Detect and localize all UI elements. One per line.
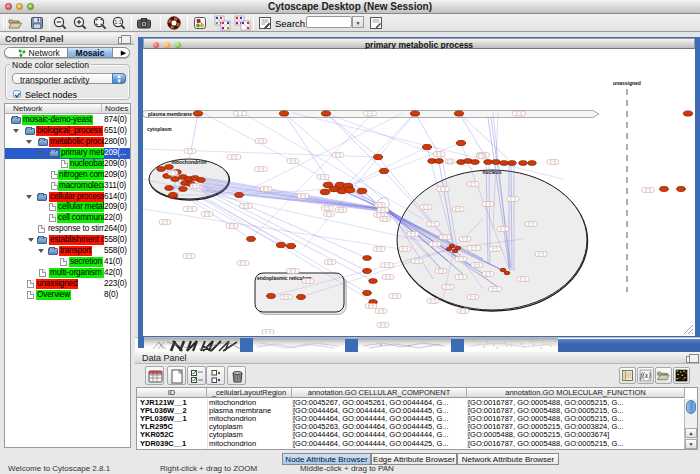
- svg-text:(···): (···): [192, 184, 197, 188]
- svg-text:(···): (···): [414, 259, 419, 263]
- svg-text:(···): (···): [338, 208, 343, 212]
- svg-text:(···): (···): [300, 194, 305, 198]
- svg-text:plasma membrane: plasma membrane: [148, 111, 192, 117]
- svg-text:(···): (···): [432, 242, 437, 246]
- svg-text:(···): (···): [470, 182, 475, 186]
- svg-text:(···): (···): [204, 212, 209, 216]
- svg-text:(···): (···): [478, 154, 483, 158]
- svg-text:(···): (···): [410, 232, 415, 236]
- svg-text:(···): (···): [430, 222, 435, 226]
- svg-text:(···): (···): [485, 272, 490, 276]
- svg-text:(···): (···): [290, 269, 295, 273]
- svg-text:cytoplasm: cytoplasm: [147, 126, 172, 132]
- svg-text:(···): (···): [187, 149, 192, 153]
- svg-text:(···): (···): [378, 309, 383, 313]
- svg-text:(···): (···): [243, 204, 248, 208]
- svg-text:unassigned: unassigned: [613, 80, 641, 86]
- svg-text:(···): (···): [455, 207, 460, 211]
- svg-text:(···): (···): [283, 295, 288, 299]
- svg-text:(···): (···): [460, 309, 465, 313]
- svg-text:(···): (···): [324, 206, 329, 210]
- svg-text:(···): (···): [327, 260, 332, 264]
- svg-text:(···): (···): [384, 263, 389, 267]
- svg-text:(···): (···): [516, 112, 521, 116]
- svg-text:(···): (···): [500, 227, 505, 231]
- svg-text:(···): (···): [290, 159, 295, 163]
- svg-text:(···): (···): [423, 205, 428, 209]
- svg-text:(···): (···): [471, 246, 476, 250]
- svg-text:(···): (···): [458, 275, 463, 279]
- svg-text:(···): (···): [462, 237, 467, 241]
- svg-text:(···): (···): [440, 187, 445, 191]
- svg-text:(···): (···): [380, 323, 385, 327]
- svg-text:(···): (···): [520, 277, 525, 281]
- svg-text:(···): (···): [258, 139, 263, 143]
- svg-text:(···): (···): [385, 275, 390, 279]
- svg-text:(···): (···): [367, 112, 372, 116]
- svg-text:(···): (···): [231, 155, 236, 159]
- svg-text:(···): (···): [186, 254, 191, 258]
- svg-text:(···): (···): [335, 153, 340, 157]
- svg-text:(···): (···): [510, 197, 515, 201]
- svg-text:(···): (···): [326, 212, 331, 216]
- svg-text:(···): (···): [240, 261, 245, 265]
- svg-text:(···): (···): [376, 247, 381, 251]
- svg-text:(···): (···): [368, 304, 373, 308]
- svg-text:(···): (···): [187, 207, 192, 211]
- svg-text:(···): (···): [492, 247, 497, 251]
- svg-text:(···): (···): [447, 160, 452, 164]
- svg-text:(···): (···): [258, 167, 263, 171]
- svg-text:(···): (···): [645, 188, 650, 192]
- svg-text:(···): (···): [458, 257, 463, 261]
- svg-text:(···): (···): [528, 222, 533, 226]
- svg-text:(···): (···): [445, 285, 450, 289]
- svg-text:(···): (···): [492, 287, 497, 291]
- svg-text:(···): (···): [470, 295, 475, 299]
- svg-text:(···): (···): [162, 220, 167, 224]
- svg-text:(···): (···): [550, 160, 555, 164]
- svg-text:(···): (···): [229, 224, 234, 228]
- svg-text:(···): (···): [377, 203, 382, 207]
- svg-text:(···): (···): [430, 299, 435, 303]
- svg-text:(···): (···): [380, 208, 385, 212]
- svg-text:(···): (···): [320, 175, 325, 179]
- svg-text:(···): (···): [442, 235, 447, 239]
- svg-text:(···): (···): [438, 269, 443, 273]
- svg-text:(···): (···): [485, 202, 490, 206]
- svg-text:(···): (···): [170, 171, 175, 175]
- svg-text:(···): (···): [265, 330, 270, 334]
- svg-text:(···): (···): [402, 247, 407, 251]
- svg-text:(···): (···): [436, 152, 441, 156]
- svg-text:(···): (···): [237, 112, 242, 116]
- svg-text:(···): (···): [392, 294, 397, 298]
- svg-text:(···): (···): [538, 252, 543, 256]
- svg-text:(···): (···): [382, 217, 387, 221]
- svg-text:(···): (···): [305, 279, 310, 283]
- svg-text:(···): (···): [474, 263, 479, 267]
- svg-text:1:1: 1:1: [115, 19, 122, 25]
- svg-text:f(x): f(x): [640, 371, 651, 380]
- svg-text:(···): (···): [263, 187, 268, 191]
